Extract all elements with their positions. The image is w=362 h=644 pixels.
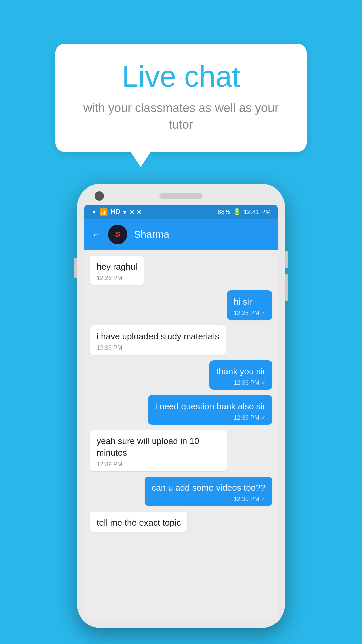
status-right: 68% 🔋 12:41 PM: [218, 208, 271, 216]
message-4: thank you sir 12:38 PM ✓: [209, 360, 272, 390]
network-icon: ✕ ✕: [129, 208, 142, 216]
back-button[interactable]: ←: [91, 229, 101, 240]
signal-icon: 📶: [100, 208, 108, 216]
message-text: i have uploaded study materials: [97, 331, 219, 342]
read-receipt: ✓: [261, 415, 265, 421]
message-6: yeah sure will upload in 10 minutes 12:3…: [90, 430, 227, 471]
message-time: 12:39 PM ✓: [152, 496, 265, 503]
bluetooth-icon: ✦: [91, 208, 97, 216]
message-text: hi sir: [234, 296, 265, 308]
contact-name: Sharma: [134, 229, 169, 240]
side-button-right-bottom: [285, 274, 288, 301]
side-button-right-top: [285, 251, 288, 268]
chat-header: ← S Sharma: [84, 219, 278, 250]
wifi-icon: ▾: [123, 208, 126, 216]
message-time: 12:26 PM: [97, 275, 137, 282]
side-button-left: [74, 258, 77, 278]
phone-screen: ✦ 📶 HD ▾ ✕ ✕ 68% 🔋 12:41 PM ← S Sha: [84, 205, 278, 619]
hd-label: HD: [111, 208, 120, 216]
message-text: i need question bank also sir: [155, 400, 265, 412]
main-title: Live chat: [75, 60, 287, 93]
chat-body: hey raghul 12:26 PM hi sir 12:28 PM ✓ i …: [84, 250, 278, 619]
phone-body: ✦ 📶 HD ▾ ✕ ✕ 68% 🔋 12:41 PM ← S Sha: [77, 184, 285, 628]
message-text: yeah sure will upload in 10 minutes: [97, 435, 220, 459]
message-3: i have uploaded study materials 12:38 PM: [90, 325, 226, 355]
subtitle: with your classmates as well as your tut…: [75, 100, 287, 133]
phone-mockup: ✦ 📶 HD ▾ ✕ ✕ 68% 🔋 12:41 PM ← S Sha: [74, 184, 288, 628]
message-7: can u add some videos too?? 12:39 PM ✓: [145, 477, 272, 506]
callout-card: Live chat with your classmates as well a…: [55, 44, 307, 167]
status-bar: ✦ 📶 HD ▾ ✕ ✕ 68% 🔋 12:41 PM: [84, 205, 278, 219]
message-2: hi sir 12:28 PM ✓: [227, 290, 272, 320]
message-8: tell me the exact topic: [90, 512, 187, 532]
speech-bubble: Live chat with your classmates as well a…: [55, 44, 307, 152]
message-1: hey raghul 12:26 PM: [90, 256, 144, 285]
message-text: hey raghul: [97, 261, 137, 273]
message-text: tell me the exact topic: [97, 517, 181, 529]
message-text: can u add some videos too??: [152, 482, 265, 494]
message-time: 12:39 PM ✓: [155, 414, 265, 421]
message-time: 12:38 PM: [97, 344, 219, 352]
message-time: 12:39 PM: [97, 461, 220, 468]
battery-percent: 68%: [218, 208, 230, 216]
read-receipt: ✓: [261, 310, 265, 316]
message-time: 12:28 PM ✓: [234, 310, 265, 317]
message-5: i need question bank also sir 12:39 PM ✓: [148, 395, 272, 425]
message-time: 12:38 PM ✓: [216, 379, 265, 386]
message-text: thank you sir: [216, 366, 265, 377]
phone-top-bar: [84, 193, 278, 199]
contact-avatar: S: [108, 225, 127, 244]
bubble-pointer: [131, 152, 151, 167]
speaker-grille: [159, 193, 203, 199]
read-receipt: ✓: [261, 496, 265, 502]
front-camera: [95, 191, 104, 201]
clock: 12:41 PM: [244, 208, 271, 216]
read-receipt: ✓: [261, 380, 265, 386]
battery-icon: 🔋: [233, 208, 241, 216]
status-icons-left: ✦ 📶 HD ▾ ✕ ✕: [91, 208, 142, 216]
superman-logo: S: [115, 230, 120, 239]
